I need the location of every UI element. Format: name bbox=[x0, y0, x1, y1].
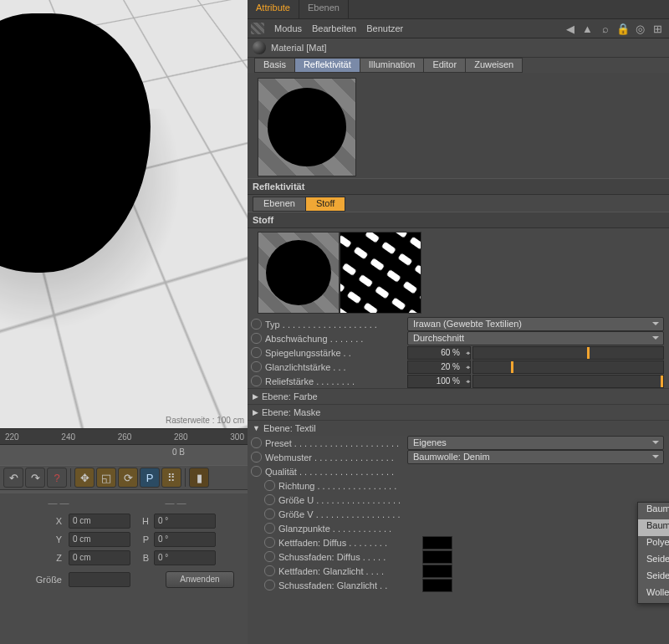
expander-farbe[interactable]: ▶Ebene: Farbe bbox=[248, 388, 669, 404]
undo-button[interactable]: ↶ bbox=[3, 468, 23, 488]
search-icon[interactable]: ⌕ bbox=[599, 23, 611, 35]
y-field[interactable]: 0 cm bbox=[69, 532, 130, 547]
lock-icon[interactable]: 🔒 bbox=[616, 23, 629, 35]
tab-attributes[interactable]: Attribute bbox=[248, 0, 299, 18]
material-sphere-icon bbox=[253, 41, 266, 54]
kettfaden-diffus-swatch[interactable] bbox=[422, 536, 452, 549]
glanzlicht-field[interactable]: 20 % bbox=[407, 360, 471, 374]
tab-reflektivitaet[interactable]: Reflektivität bbox=[294, 58, 360, 73]
preview-sphere bbox=[268, 88, 346, 166]
schussfaden-diffus-swatch[interactable] bbox=[422, 550, 452, 564]
relief-slider[interactable] bbox=[472, 375, 664, 388]
x-label: X bbox=[0, 516, 69, 526]
time-ruler[interactable]: 220 240 260 280 300 bbox=[0, 428, 248, 445]
svg-rect-2 bbox=[340, 233, 421, 313]
weave-pattern-icon bbox=[340, 233, 421, 313]
dropdown-option[interactable]: Wolle: Kammgarn bbox=[638, 586, 669, 603]
perspective-viewport[interactable]: Rasterweite : 100 cm bbox=[0, 0, 248, 428]
x-field[interactable]: 0 cm bbox=[69, 514, 130, 529]
schussfaden-diffus-label: Schussfaden: Diffus . . . . . bbox=[278, 552, 421, 562]
material-preview-thumb[interactable] bbox=[258, 78, 356, 176]
anim-dot[interactable] bbox=[251, 437, 262, 448]
weave-pattern-thumb[interactable] bbox=[340, 232, 421, 314]
new-icon[interactable]: ⊞ bbox=[651, 23, 664, 35]
anim-dot[interactable] bbox=[264, 565, 275, 576]
glanzlicht-slider[interactable] bbox=[472, 360, 664, 374]
anim-dot[interactable] bbox=[264, 509, 275, 519]
spiegelung-field[interactable]: 60 % bbox=[407, 346, 471, 360]
separator bbox=[185, 468, 186, 487]
anim-dot[interactable] bbox=[264, 551, 275, 562]
menu-modus[interactable]: Modus bbox=[274, 23, 302, 33]
up-icon[interactable]: ▲ bbox=[581, 23, 594, 35]
move-tool[interactable]: ✥ bbox=[74, 468, 94, 488]
spiegelung-slider[interactable] bbox=[472, 346, 664, 360]
render-icon[interactable]: ▮ bbox=[189, 468, 209, 488]
p-field[interactable]: 0 ° bbox=[154, 532, 216, 547]
webmuster-select[interactable]: Baumwolle: Denim bbox=[407, 450, 664, 464]
stoff-preview-thumb[interactable] bbox=[258, 232, 340, 314]
typ-select[interactable]: Irawan (Gewebte Textilien) bbox=[407, 317, 664, 331]
dropdown-option[interactable]: Polyester: Futter bbox=[638, 536, 669, 553]
anim-dot[interactable] bbox=[251, 347, 262, 358]
chevron-down-icon: ▼ bbox=[253, 424, 260, 432]
menu-benutzer[interactable]: Benutzer bbox=[366, 23, 403, 33]
preset-select[interactable]: Eigenes bbox=[407, 436, 664, 450]
snap-tool[interactable]: ⠿ bbox=[161, 468, 181, 488]
tab-editor[interactable]: Editor bbox=[423, 58, 466, 73]
anim-dot[interactable] bbox=[264, 537, 275, 548]
anim-dot[interactable] bbox=[251, 452, 262, 463]
anim-dot[interactable] bbox=[264, 523, 275, 534]
b-field[interactable]: 0 ° bbox=[154, 550, 216, 565]
tab-illumination[interactable]: Illumination bbox=[360, 58, 425, 73]
anim-dot[interactable] bbox=[264, 580, 275, 590]
kettfaden-glanzlicht-swatch[interactable] bbox=[422, 565, 452, 578]
subtab-ebenen[interactable]: Ebenen bbox=[253, 197, 306, 212]
subtab-stoff[interactable]: Stoff bbox=[305, 197, 345, 212]
anim-dot[interactable] bbox=[264, 480, 275, 491]
tab-basis[interactable]: Basis bbox=[254, 58, 295, 73]
anim-dot[interactable] bbox=[251, 333, 262, 344]
anim-dot[interactable] bbox=[251, 466, 262, 477]
back-icon[interactable]: ◀ bbox=[564, 23, 576, 35]
webmuster-dropdown[interactable]: Baumwolle: Denim Baumwolle: Twill Polyes… bbox=[637, 502, 669, 604]
dropdown-option[interactable]: Seide: Shantung bbox=[638, 570, 669, 586]
dropdown-option[interactable]: Seide: Charmeuse bbox=[638, 553, 669, 570]
help-button[interactable]: ? bbox=[47, 468, 67, 488]
panel-tabs: Attribute Ebenen bbox=[248, 0, 669, 19]
preview-sphere bbox=[266, 240, 331, 305]
tab-layers[interactable]: Ebenen bbox=[299, 0, 349, 18]
anim-dot[interactable] bbox=[251, 376, 262, 386]
menu-bearbeiten[interactable]: Bearbeiten bbox=[312, 23, 356, 33]
anim-dot[interactable] bbox=[264, 494, 275, 505]
relief-field[interactable]: 100 % bbox=[407, 375, 471, 388]
dropdown-option-highlighted[interactable]: Baumwolle: Twill bbox=[638, 519, 669, 536]
b-label: B bbox=[130, 553, 154, 563]
tab-zuweisen[interactable]: Zuweisen bbox=[465, 58, 523, 73]
apply-button[interactable]: Anwenden bbox=[166, 571, 234, 588]
h-field[interactable]: 0 ° bbox=[154, 514, 216, 529]
target-icon[interactable]: ◎ bbox=[634, 23, 646, 35]
kettfaden-glanzlicht-label: Kettfaden: Glanzlicht . . . . bbox=[278, 566, 421, 576]
redo-button[interactable]: ↷ bbox=[25, 468, 45, 488]
grip-icon[interactable] bbox=[251, 23, 264, 34]
material-preview-row bbox=[248, 73, 669, 178]
z-field[interactable]: 0 cm bbox=[69, 550, 130, 565]
abschwaechung-select[interactable]: Durchschnitt bbox=[407, 331, 664, 345]
anim-dot[interactable] bbox=[251, 319, 262, 330]
dropdown-option[interactable]: Baumwolle: Denim bbox=[638, 503, 669, 519]
rotate-tool[interactable]: ⟳ bbox=[118, 468, 138, 488]
object-title-row: Material [Mat] bbox=[248, 38, 669, 58]
coordinate-panel: — —— — X 0 cm H 0 ° Y 0 cm P 0 ° Z 0 cm … bbox=[0, 493, 248, 644]
size-field[interactable] bbox=[69, 572, 130, 587]
dashes: — — bbox=[117, 498, 234, 508]
schussfaden-glanzlicht-swatch[interactable] bbox=[422, 579, 452, 592]
ruler-tick: 300 bbox=[230, 432, 244, 442]
scale-tool[interactable]: ◱ bbox=[96, 468, 116, 488]
anim-dot[interactable] bbox=[251, 361, 262, 372]
parametric-tool[interactable]: P bbox=[140, 468, 160, 488]
ruler-tick: 280 bbox=[174, 432, 188, 442]
expander-textil[interactable]: ▼Ebene: Textil bbox=[248, 420, 669, 436]
expander-maske[interactable]: ▶Ebene: Maske bbox=[248, 404, 669, 420]
size-label: Größe bbox=[0, 575, 69, 585]
